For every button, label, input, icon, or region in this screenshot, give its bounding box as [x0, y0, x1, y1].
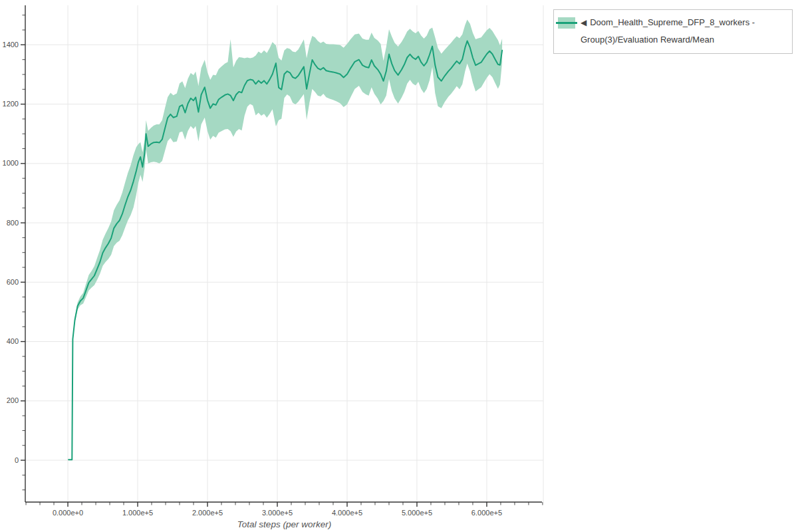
reward-chart: 0.000e+01.000e+52.000e+53.000e+54.000e+5…	[0, 0, 552, 532]
legend: ◀Doom_Health_Supreme_DFP_8_workers - Gro…	[553, 9, 793, 54]
line-swatch	[556, 22, 577, 24]
reward-chart-svg: 0.000e+01.000e+52.000e+53.000e+54.000e+5…	[0, 0, 552, 532]
y-tick-label: 200	[7, 396, 19, 404]
x-axis-title: Total steps (per worker)	[25, 519, 543, 529]
x-tick-label: 0.000e+0	[53, 509, 83, 517]
y-tick-label: 1200	[3, 100, 19, 108]
y-tick-label: 1000	[3, 159, 19, 167]
x-tick-label: 1.000e+5	[122, 509, 153, 517]
x-tick-label: 6.000e+5	[471, 509, 502, 517]
legend-item[interactable]: ◀Doom_Health_Supreme_DFP_8_workers - Gro…	[558, 14, 785, 48]
y-tick-label: 800	[7, 219, 19, 227]
y-tick-label: 400	[7, 337, 19, 345]
collapse-left-triangle-icon: ◀	[581, 18, 587, 27]
x-tick-label: 3.000e+5	[262, 509, 293, 517]
x-tick-label: 2.000e+5	[192, 509, 223, 517]
y-tick-label: 600	[7, 278, 19, 286]
y-tick-label: 0	[15, 456, 19, 464]
x-tick-label: 5.000e+5	[402, 509, 432, 517]
legend-text: ◀Doom_Health_Supreme_DFP_8_workers - Gro…	[581, 14, 785, 48]
x-tick-label: 4.000e+5	[332, 509, 362, 517]
series-swatch-icon	[558, 17, 575, 29]
legend-series-label: Doom_Health_Supreme_DFP_8_workers - Grou…	[581, 17, 755, 45]
plot-area[interactable]	[25, 5, 543, 502]
y-tick-label: 1400	[3, 41, 19, 49]
